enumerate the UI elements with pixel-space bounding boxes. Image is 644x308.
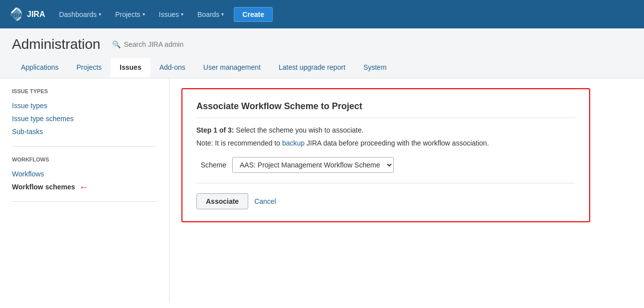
sidebar-item-issue-types[interactable]: Issue types — [12, 99, 157, 112]
chevron-down-icon: ▾ — [143, 11, 145, 17]
logo-text: JIRA — [27, 10, 45, 19]
chevron-down-icon: ▾ — [221, 11, 224, 17]
sidebar-divider — [12, 146, 157, 147]
scheme-select[interactable]: AAS: Project Management Workflow Scheme … — [232, 157, 394, 173]
nav-projects[interactable]: Projects ▾ — [109, 7, 151, 21]
search-input[interactable] — [124, 40, 211, 48]
admin-search-bar[interactable]: 🔍 — [112, 40, 211, 48]
scheme-row: Scheme AAS: Project Management Workflow … — [196, 157, 575, 183]
scheme-label: Scheme — [196, 161, 226, 169]
chevron-down-icon: ▾ — [99, 11, 101, 17]
tab-latest-upgrade-report[interactable]: Latest upgrade report — [270, 58, 354, 78]
tab-addons[interactable]: Add-ons — [151, 58, 194, 78]
page-title: Administration — [12, 36, 100, 52]
sidebar-divider-2 — [12, 201, 157, 202]
nav-issues[interactable]: Issues ▾ — [153, 7, 189, 21]
tab-projects[interactable]: Projects — [68, 58, 111, 78]
tab-system[interactable]: System — [354, 58, 396, 78]
create-button[interactable]: Create — [234, 7, 273, 22]
search-icon: 🔍 — [112, 40, 121, 48]
note-prefix: Note: It is recommended to — [196, 139, 282, 147]
workflows-section-title: WORKFLOWS — [12, 156, 157, 162]
tab-applications[interactable]: Applications — [12, 58, 68, 78]
jira-logo[interactable]: JIRA JIRA — [8, 6, 45, 22]
step-text: Step 1 of 3: Select the scheme you wish … — [196, 126, 575, 134]
tab-issues[interactable]: Issues — [111, 58, 151, 78]
note-text: Note: It is recommended to backup JIRA d… — [196, 139, 575, 147]
top-navigation: JIRA JIRA Dashboards ▾ Projects ▾ Issues… — [0, 0, 644, 28]
associate-title: Associate Workflow Scheme to Project — [196, 101, 575, 118]
nav-boards[interactable]: Boards ▾ — [191, 7, 230, 21]
tab-user-management[interactable]: User management — [194, 58, 270, 78]
sidebar-item-sub-tasks[interactable]: Sub-tasks — [12, 125, 157, 138]
associate-workflow-box: Associate Workflow Scheme to Project Ste… — [181, 88, 590, 222]
backup-link[interactable]: backup — [282, 139, 305, 147]
sidebar-item-workflow-schemes[interactable]: Workflow schemes — [12, 180, 75, 193]
admin-header: Administration 🔍 Applications Projects I… — [0, 28, 644, 78]
note-suffix: JIRA data before proceeding with the wor… — [305, 139, 489, 147]
nav-dashboards[interactable]: Dashboards ▾ — [53, 7, 107, 21]
associate-button[interactable]: Associate — [196, 193, 248, 209]
main-layout: ISSUE TYPES Issue types Issue type schem… — [0, 78, 644, 303]
svg-text:JIRA: JIRA — [10, 12, 22, 18]
step-label: Step 1 of 3: — [196, 126, 234, 134]
sidebar: ISSUE TYPES Issue types Issue type schem… — [0, 78, 169, 303]
admin-tabs: Applications Projects Issues Add-ons Use… — [12, 58, 632, 78]
step-description: Select the scheme you wish to associate. — [234, 126, 363, 134]
sidebar-item-workflows[interactable]: Workflows — [12, 167, 157, 180]
chevron-down-icon: ▾ — [181, 11, 183, 17]
arrow-right-icon: ← — [79, 181, 89, 193]
issue-types-section-title: ISSUE TYPES — [12, 88, 157, 94]
sidebar-item-issue-type-schemes[interactable]: Issue type schemes — [12, 112, 157, 125]
action-row: Associate Cancel — [196, 193, 575, 209]
content-area: Associate Workflow Scheme to Project Ste… — [169, 78, 644, 303]
cancel-link[interactable]: Cancel — [254, 197, 276, 205]
sidebar-workflow-schemes-row: Workflow schemes ← — [12, 180, 157, 193]
